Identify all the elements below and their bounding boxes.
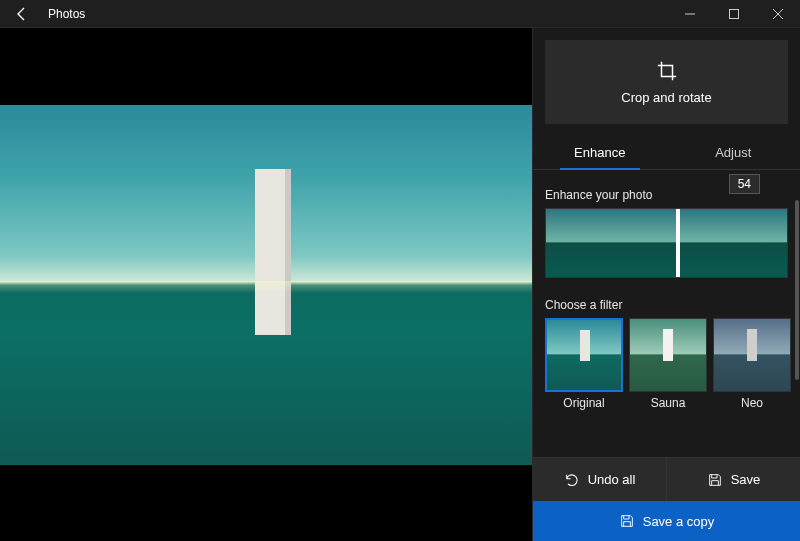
filters-row: Original Sauna Neo — [545, 318, 788, 410]
back-arrow-icon — [14, 6, 30, 22]
enhance-value-bubble: 54 — [729, 174, 760, 194]
filter-neo[interactable]: Neo — [713, 318, 791, 410]
photo-detail — [0, 281, 532, 293]
sidebar-scrollbar[interactable] — [795, 200, 799, 380]
close-icon — [773, 9, 783, 19]
window-controls — [668, 0, 800, 27]
enhance-slider-handle[interactable] — [676, 208, 680, 278]
enhance-section: 54 Enhance your photo — [533, 176, 800, 286]
action-row: Undo all Save — [533, 457, 800, 501]
tab-adjust[interactable]: Adjust — [667, 136, 801, 169]
minimize-button[interactable] — [668, 0, 712, 27]
crop-rotate-button[interactable]: Crop and rotate — [545, 40, 788, 124]
filter-label: Original — [545, 396, 623, 410]
titlebar: Photos — [0, 0, 800, 28]
filter-original[interactable]: Original — [545, 318, 623, 410]
save-button[interactable]: Save — [667, 458, 800, 501]
minimize-icon — [685, 9, 695, 19]
photo-preview[interactable] — [0, 28, 532, 541]
save-label: Save — [731, 472, 761, 487]
filter-thumb — [545, 318, 623, 392]
tab-enhance[interactable]: Enhance — [533, 136, 667, 169]
crop-icon — [656, 60, 678, 82]
edit-tabs: Enhance Adjust — [533, 136, 800, 170]
tab-enhance-label: Enhance — [574, 145, 625, 160]
filter-label: Neo — [713, 396, 791, 410]
filter-sauna[interactable]: Sauna — [629, 318, 707, 410]
undo-all-button[interactable]: Undo all — [533, 458, 667, 501]
save-a-copy-button[interactable]: Save a copy — [533, 501, 800, 541]
close-button[interactable] — [756, 0, 800, 27]
filter-thumb — [713, 318, 791, 392]
app-title: Photos — [44, 7, 668, 21]
filter-label: Sauna — [629, 396, 707, 410]
filters-label: Choose a filter — [545, 298, 788, 312]
maximize-button[interactable] — [712, 0, 756, 27]
edit-sidebar: Crop and rotate Enhance Adjust 54 Enhanc… — [532, 28, 800, 541]
crop-rotate-label: Crop and rotate — [621, 90, 711, 105]
svg-rect-1 — [730, 9, 739, 18]
content: Crop and rotate Enhance Adjust 54 Enhanc… — [0, 28, 800, 541]
save-icon — [707, 472, 723, 488]
enhance-slider[interactable] — [545, 208, 788, 278]
photo-detail — [255, 169, 291, 335]
undo-icon — [564, 472, 580, 488]
undo-all-label: Undo all — [588, 472, 636, 487]
tab-adjust-label: Adjust — [715, 145, 751, 160]
filters-section: Choose a filter Original Sauna Neo — [533, 286, 800, 418]
filter-thumb — [629, 318, 707, 392]
maximize-icon — [729, 9, 739, 19]
back-button[interactable] — [0, 0, 44, 27]
photo-canvas — [0, 105, 532, 465]
save-copy-icon — [619, 513, 635, 529]
save-a-copy-label: Save a copy — [643, 514, 715, 529]
